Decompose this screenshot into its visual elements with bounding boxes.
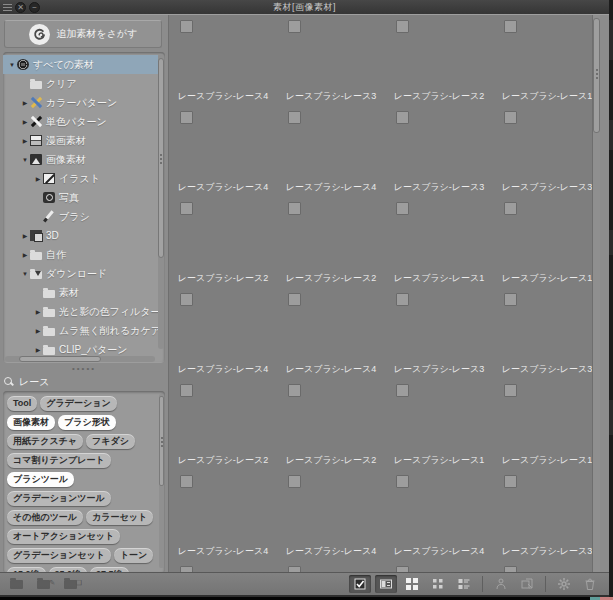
expand-arrow-icon[interactable]: ▶ (20, 137, 30, 144)
tag-pill[interactable]: ブラシツール (7, 472, 74, 487)
material-checkbox[interactable] (180, 384, 193, 397)
show-checkboxes-icon[interactable] (349, 575, 371, 593)
tree-item-photo[interactable]: 写真 (3, 188, 158, 207)
material-item[interactable]: レースブラシ-レース4 (277, 106, 385, 197)
material-checkbox[interactable] (288, 20, 301, 33)
tree-item-all-materials[interactable]: ▼ すべての素材 (3, 55, 158, 74)
material-checkbox[interactable] (504, 384, 517, 397)
material-checkbox[interactable] (288, 475, 301, 488)
tag-vertical-scrollbar[interactable] (159, 394, 164, 568)
material-item[interactable]: レースブラシ-レース1 (385, 379, 493, 470)
grid-vertical-scrollbar[interactable] (592, 15, 600, 575)
material-checkbox[interactable] (396, 293, 409, 306)
material-item[interactable]: レースブラシ-レース2 (169, 379, 277, 470)
expand-arrow-icon[interactable]: ▼ (20, 271, 30, 277)
close-icon[interactable]: ✕ (15, 2, 26, 13)
material-item[interactable]: レースブラシ-レース4 (169, 288, 277, 379)
material-item[interactable]: レースブラシ-レース4 (385, 470, 493, 561)
tree-item-illustration[interactable]: ▶ イラスト (3, 169, 158, 188)
expand-arrow-icon[interactable]: ▶ (20, 99, 30, 106)
material-item[interactable]: レースブラシ-レース2 (169, 197, 277, 288)
tag-pill[interactable]: その他のツール (7, 510, 83, 525)
tree-item-3d[interactable]: ▶ 3D (3, 226, 158, 245)
material-checkbox[interactable] (180, 475, 193, 488)
material-item[interactable]: レースブラシ-レース3 (385, 288, 493, 379)
tag-pill[interactable]: トーン (114, 548, 153, 563)
tree-item-folder[interactable]: ▶ CLIP_パターン (3, 340, 158, 356)
material-item[interactable]: レースブラシ-レース2 (385, 15, 493, 106)
view-list-icon[interactable] (453, 575, 475, 593)
expand-arrow-icon[interactable]: ▶ (33, 346, 43, 353)
expand-arrow-icon[interactable]: ▼ (20, 157, 30, 163)
tree-item-mono-pattern[interactable]: ▶ 単色パターン (3, 112, 158, 131)
minimize-icon[interactable]: − (29, 2, 40, 13)
material-item[interactable]: レースブラシ-レース4 (277, 288, 385, 379)
tag-pill[interactable]: Tool (7, 396, 37, 411)
material-checkbox[interactable] (504, 202, 517, 215)
material-item[interactable]: レースブラシ-レース2 (277, 197, 385, 288)
expand-arrow-icon[interactable]: ▶ (33, 308, 43, 315)
tag-pill[interactable]: 用紙テクスチャ (7, 434, 83, 449)
find-more-materials-button[interactable]: 追加素材をさがす (4, 20, 162, 48)
new-folder-icon[interactable] (10, 577, 28, 591)
tree-item-image[interactable]: ▼ 画像素材 (3, 150, 158, 169)
material-checkbox[interactable] (396, 384, 409, 397)
expand-arrow-icon[interactable]: ▶ (20, 118, 30, 125)
tree-item-brush[interactable]: ブラシ (3, 207, 158, 226)
material-checkbox[interactable] (180, 293, 193, 306)
material-item[interactable]: レースブラシ-レース3 (493, 470, 600, 561)
material-item[interactable]: レースブラシ-レース1 (493, 379, 600, 470)
material-item[interactable]: レースブラシ-レース4 (169, 470, 277, 561)
material-checkbox[interactable] (396, 20, 409, 33)
tree-item-folder[interactable]: クリア (3, 74, 158, 93)
tree-item-color-pattern[interactable]: ▶ カラーパターン (3, 93, 158, 112)
tree-item-folder[interactable]: ▶ 光と影の色フィルター(グラデー (3, 302, 158, 321)
material-item[interactable]: レースブラシ-レース1 (493, 15, 600, 106)
tag-pill[interactable]: グラデーションセット (7, 548, 111, 563)
open-folder-icon[interactable]: ✎ (37, 577, 55, 591)
panel-splitter[interactable]: ••••• (0, 365, 168, 373)
material-checkbox[interactable] (504, 20, 517, 33)
material-item[interactable]: レースブラシ-レース2 (277, 379, 385, 470)
material-item[interactable]: レースブラシ-レース3 (385, 106, 493, 197)
tree-item-download[interactable]: ▼ ダウンロード (3, 264, 158, 283)
material-checkbox[interactable] (180, 20, 193, 33)
material-checkbox[interactable] (504, 475, 517, 488)
material-checkbox[interactable] (180, 111, 193, 124)
tree-horizontal-scrollbar[interactable] (5, 356, 155, 362)
material-checkbox[interactable] (396, 475, 409, 488)
tag-pill[interactable]: グラデーション (40, 396, 116, 411)
material-checkbox[interactable] (288, 293, 301, 306)
tag-pill[interactable]: コマ割りテンプレート (7, 453, 111, 468)
duplicate-folder-icon[interactable]: ❏ (64, 577, 82, 591)
tag-pill[interactable]: グラデーションツール (7, 491, 111, 506)
view-large-grid-icon[interactable] (401, 575, 423, 593)
material-item[interactable]: レースブラシ-レース4 (169, 15, 277, 106)
tree-item-folder[interactable]: ▶ 自作 (3, 245, 158, 264)
expand-arrow-icon[interactable]: ▶ (20, 232, 30, 239)
thumbnail-detail-icon[interactable] (375, 575, 397, 593)
material-item[interactable]: レースブラシ-レース1 (493, 197, 600, 288)
material-item[interactable]: レースブラシ-レース3 (493, 106, 600, 197)
expand-arrow-icon[interactable]: ▶ (33, 327, 43, 334)
tree-item-folder[interactable]: ▶ ムラ無く削れるカケアミ削りブラ (3, 321, 158, 340)
tree-item-manga[interactable]: ▶ 漫画素材 (3, 131, 158, 150)
material-checkbox[interactable] (504, 293, 517, 306)
expand-arrow-icon[interactable]: ▶ (33, 175, 43, 182)
material-item[interactable]: レースブラシ-レース3 (277, 15, 385, 106)
material-checkbox[interactable] (396, 111, 409, 124)
material-checkbox[interactable] (396, 202, 409, 215)
tag-search-input[interactable] (19, 376, 162, 387)
material-item[interactable]: レースブラシ-レース4 (169, 106, 277, 197)
material-checkbox[interactable] (288, 111, 301, 124)
expand-arrow-icon[interactable]: ▼ (7, 62, 17, 68)
expand-arrow-icon[interactable]: ▶ (20, 251, 30, 258)
material-checkbox[interactable] (288, 384, 301, 397)
panel-menu-icon[interactable] (3, 4, 12, 11)
material-checkbox[interactable] (288, 202, 301, 215)
tag-pill[interactable]: オートアクションセット (7, 529, 120, 544)
tree-vertical-scrollbar[interactable] (158, 54, 164, 349)
tree-item-folder[interactable]: 素材 (3, 283, 158, 302)
titlebar[interactable]: 素材[画像素材] ✕ − (0, 0, 609, 14)
material-item[interactable]: レースブラシ-レース1 (385, 197, 493, 288)
